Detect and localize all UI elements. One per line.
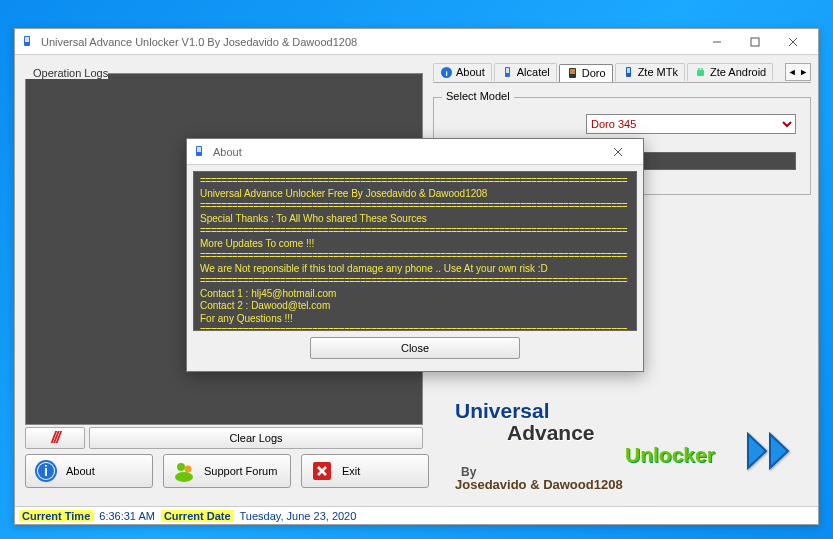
svg-rect-13: [627, 68, 630, 73]
users-icon: [172, 459, 196, 483]
time-value: 6:36:31 AM: [99, 510, 155, 522]
status-bar: Current Time 6:36:31 AM Current Date Tue…: [15, 506, 818, 524]
tab-doro[interactable]: Doro: [559, 64, 613, 82]
tab-alcatel[interactable]: Alcatel: [494, 63, 557, 81]
svg-rect-14: [697, 70, 704, 76]
svg-point-23: [175, 472, 193, 482]
clear-icon-button[interactable]: ///: [25, 427, 85, 449]
svg-rect-1: [25, 37, 29, 42]
svg-text:i: i: [44, 463, 48, 479]
date-value: Tuesday, June 23, 2020: [240, 510, 357, 522]
about-close-button[interactable]: Close: [310, 337, 520, 359]
about-button[interactable]: i About: [25, 454, 153, 488]
info-icon: i: [440, 66, 453, 79]
svg-rect-9: [506, 68, 509, 73]
svg-point-16: [701, 68, 703, 70]
support-forum-button[interactable]: Support Forum: [163, 454, 291, 488]
about-dialog: About ==================================…: [186, 138, 644, 372]
app-icon: [21, 35, 35, 49]
tabs-row: i About Alcatel Doro Zte MTk Zte A: [433, 61, 811, 83]
svg-rect-3: [751, 38, 759, 46]
svg-rect-26: [197, 147, 201, 152]
window-title: Universal Advance Unlocker V1.0 By Josed…: [41, 36, 357, 48]
app-icon: [193, 145, 207, 159]
slashes-icon: ///: [51, 429, 58, 447]
tab-about[interactable]: i About: [433, 63, 492, 81]
svg-point-15: [698, 68, 700, 70]
dialog-body: ========================================…: [187, 165, 643, 365]
tab-zte-android[interactable]: Zte Android: [687, 63, 773, 81]
dialog-close-button[interactable]: [599, 139, 637, 165]
phone-icon: [566, 67, 579, 80]
branding-logo: Universal Advance Unlocker By Josedavido…: [455, 400, 715, 492]
forward-arrows-icon: [744, 430, 802, 476]
dialog-title: About: [213, 146, 242, 158]
dialog-titlebar: About: [187, 139, 643, 165]
tab-scroll-buttons[interactable]: ◄ ►: [785, 63, 811, 81]
android-icon: [694, 66, 707, 79]
phone-icon: [501, 66, 514, 79]
model-select[interactable]: Doro 345: [586, 114, 796, 134]
svg-point-22: [185, 466, 192, 473]
time-label: Current Time: [19, 510, 93, 522]
about-console: ========================================…: [193, 171, 637, 331]
logs-label: Operation Logs: [25, 67, 108, 79]
bottom-buttons: i About Support Forum Exit: [25, 454, 429, 488]
svg-point-21: [177, 463, 185, 471]
exit-button[interactable]: Exit: [301, 454, 429, 488]
info-icon: i: [34, 459, 58, 483]
exit-icon: [310, 459, 334, 483]
select-model-label: Select Model: [442, 90, 514, 102]
tab-zte-mtk[interactable]: Zte MTk: [615, 63, 685, 81]
close-button[interactable]: [774, 29, 812, 55]
titlebar: Universal Advance Unlocker V1.0 By Josed…: [15, 29, 818, 55]
clear-logs-button[interactable]: Clear Logs: [89, 427, 423, 449]
minimize-button[interactable]: [698, 29, 736, 55]
svg-rect-11: [570, 69, 575, 74]
maximize-button[interactable]: [736, 29, 774, 55]
svg-text:i: i: [445, 68, 447, 77]
phone-icon: [622, 66, 635, 79]
date-label: Current Date: [161, 510, 234, 522]
